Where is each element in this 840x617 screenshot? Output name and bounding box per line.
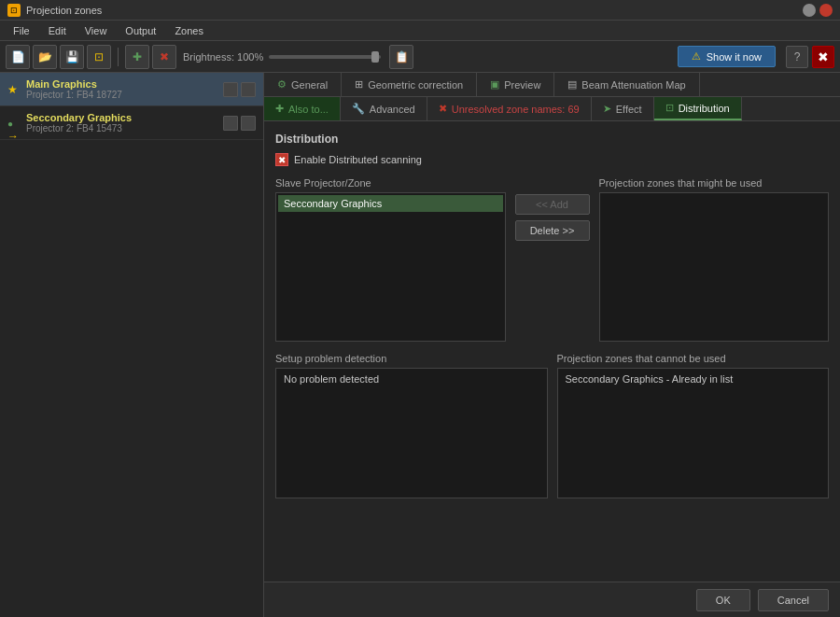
slave-panel: Slave Projector/Zone Seccondary Graphics — [275, 177, 506, 342]
tab-geometric-label: Geometric correction — [368, 79, 463, 91]
cannot-use-list-item-0: Seccondary Graphics - Already in list — [560, 371, 827, 387]
slave-list-item-0[interactable]: Seccondary Graphics — [278, 195, 503, 212]
menu-file[interactable]: File — [4, 23, 39, 38]
tab-preview-icon: ▣ — [490, 78, 499, 91]
setup-label: Setup problem detection — [275, 353, 548, 364]
help-button[interactable]: ? — [786, 46, 808, 68]
tab-beam[interactable]: ▤ Beam Attenuation Map — [554, 73, 699, 96]
close-window-button[interactable]: ✖ — [812, 46, 834, 68]
slave-label: Slave Projector/Zone — [275, 177, 506, 189]
menu-bar: File Edit View Output Zones — [0, 21, 840, 41]
tab-beam-icon: ▤ — [567, 78, 577, 91]
projection-used-listbox[interactable] — [599, 192, 830, 342]
title-bar: ⊡ Projection zones — [0, 0, 840, 21]
enable-checkbox-icon: ✖ — [275, 153, 288, 166]
slave-listbox[interactable]: Seccondary Graphics — [275, 192, 506, 342]
cancel-button[interactable]: Cancel — [758, 589, 829, 611]
tab-distribution-label: Distribution — [679, 103, 730, 114]
brightness-control: Brightness: 100% — [183, 51, 381, 63]
tab-geometric-icon: ⊞ — [355, 78, 363, 91]
projection-used-panel: Projection zones that might be used — [599, 177, 830, 342]
zone-star-icon: ★ — [7, 83, 21, 96]
title-bar-controls — [803, 4, 833, 17]
cannot-use-panel: Projection zones that cannot be used Sec… — [557, 353, 830, 498]
zone-controls-main — [223, 82, 256, 97]
footer: OK Cancel — [264, 582, 840, 617]
menu-view[interactable]: View — [76, 23, 117, 38]
output-icon-button[interactable]: 📋 — [389, 45, 413, 69]
toolbar-separator-1 — [118, 48, 119, 66]
minimize-button[interactable] — [803, 4, 816, 17]
distribution-grid-top: Slave Projector/Zone Seccondary Graphics… — [275, 177, 829, 342]
zone-sub-secondary: Projector 2: FB4 15473 — [26, 123, 217, 133]
toolbar: 📄 📂 💾 ⊡ ✚ ✖ Brightness: 100% 📋 ⚠ Show it… — [0, 41, 840, 73]
section-title: Distribution — [275, 133, 829, 146]
title-bar-text: Projection zones — [26, 5, 102, 16]
tab-effect-icon: ➤ — [603, 103, 611, 115]
setup-list-item-0: No problem detected — [278, 371, 545, 387]
action-buttons: << Add Delete >> — [515, 177, 590, 241]
ok-button[interactable]: OK — [696, 589, 750, 611]
delete-button[interactable]: Delete >> — [515, 220, 590, 241]
setup-listbox[interactable]: No problem detected — [275, 368, 548, 498]
menu-edit[interactable]: Edit — [39, 23, 76, 38]
zone-ctrl-2[interactable] — [241, 82, 256, 97]
scan-button[interactable]: ⊡ — [87, 45, 111, 69]
zone-item-main[interactable]: ★ Main Graphics Projector 1: FB4 18727 — [0, 73, 263, 106]
show-now-icon: ⚠ — [692, 50, 701, 63]
enable-checkbox-row[interactable]: ✖ Enable Distributed scanning — [275, 153, 829, 166]
open-button[interactable]: 📂 — [33, 45, 57, 69]
tab-effect[interactable]: ➤ Effect — [592, 97, 654, 120]
menu-output[interactable]: Output — [116, 23, 165, 38]
zone-item-secondary[interactable]: ● → Seccondary Graphics Projector 2: FB4… — [0, 106, 263, 140]
zone-ctrl-3[interactable] — [223, 116, 238, 131]
tab-unresolved-label: Unresolved zone names: 69 — [452, 104, 580, 115]
menu-zones[interactable]: Zones — [165, 23, 213, 38]
zone-info-secondary: Seccondary Graphics Projector 2: FB4 154… — [26, 112, 217, 133]
tab-general[interactable]: ⚙ General — [264, 73, 342, 96]
projection-used-label: Projection zones that might be used — [599, 177, 830, 189]
add-button[interactable]: << Add — [515, 194, 590, 215]
tab-geometric[interactable]: ⊞ Geometric correction — [342, 73, 477, 96]
tab-also-to[interactable]: ✚ Also to... — [264, 97, 341, 120]
zone-arrow-icon: ● → — [7, 117, 21, 130]
cannot-use-label: Projection zones that cannot be used — [557, 353, 830, 364]
zone-name-main: Main Graphics — [26, 78, 217, 90]
left-panel: ★ Main Graphics Projector 1: FB4 18727 ●… — [0, 73, 264, 617]
show-now-button[interactable]: ⚠ Show it now — [678, 46, 776, 67]
tab-advanced-label: Advanced — [370, 104, 415, 115]
zone-ctrl-4[interactable] — [241, 116, 256, 131]
tab-general-icon: ⚙ — [277, 78, 287, 91]
brightness-slider[interactable] — [269, 55, 381, 59]
content-area: Distribution ✖ Enable Distributed scanni… — [264, 121, 840, 582]
new-button[interactable]: 📄 — [6, 45, 30, 69]
delete-zone-button[interactable]: ✖ — [152, 45, 176, 69]
tab-distribution-icon: ⊡ — [665, 102, 674, 114]
tab-bar-secondary: ✚ Also to... 🔧 Advanced ✖ Unresolved zon… — [264, 97, 840, 121]
main-content: ★ Main Graphics Projector 1: FB4 18727 ●… — [0, 73, 840, 617]
tab-bar-top: ⚙ General ⊞ Geometric correction ▣ Previ… — [264, 73, 840, 97]
zone-controls-secondary — [223, 116, 256, 131]
tab-also-label: Also to... — [288, 104, 329, 115]
tab-preview[interactable]: ▣ Preview — [477, 73, 554, 96]
tab-effect-label: Effect — [616, 104, 642, 115]
save-button[interactable]: 💾 — [60, 45, 84, 69]
tab-general-label: General — [291, 79, 328, 91]
zone-name-secondary: Seccondary Graphics — [26, 112, 217, 123]
right-panel: ⚙ General ⊞ Geometric correction ▣ Previ… — [264, 73, 840, 617]
tab-advanced[interactable]: 🔧 Advanced — [341, 97, 427, 120]
brightness-label: Brightness: 100% — [183, 51, 263, 63]
bottom-grid: Setup problem detection No problem detec… — [275, 353, 829, 498]
cannot-use-listbox[interactable]: Seccondary Graphics - Already in list — [557, 368, 830, 498]
enable-checkbox-label: Enable Distributed scanning — [294, 154, 422, 165]
toolbar-right-buttons: ? ✖ — [786, 46, 834, 68]
brightness-thumb[interactable] — [371, 51, 379, 63]
tab-distribution[interactable]: ⊡ Distribution — [654, 97, 742, 120]
tab-also-icon: ✚ — [275, 103, 284, 115]
tab-preview-label: Preview — [504, 79, 540, 91]
tab-beam-label: Beam Attenuation Map — [581, 79, 685, 91]
add-zone-button[interactable]: ✚ — [125, 45, 149, 69]
tab-unresolved[interactable]: ✖ Unresolved zone names: 69 — [427, 97, 592, 120]
close-title-button[interactable] — [819, 4, 833, 17]
zone-ctrl-1[interactable] — [223, 82, 238, 97]
